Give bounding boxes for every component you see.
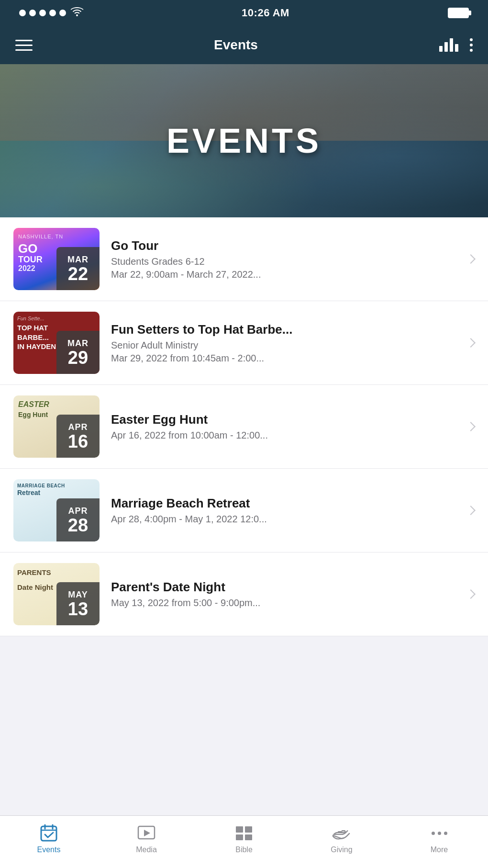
bar-3 — [450, 38, 453, 52]
marriage-day: 28 — [68, 516, 88, 534]
fun-setters-title: Fun Setters to Top Hat Barbe... — [111, 322, 461, 337]
bar-1 — [439, 46, 443, 52]
event-item-fun-setters[interactable]: Fun Sette... TOP HATBARBE...IN HAYDEN MA… — [0, 301, 488, 385]
marriage-date-badge: APR 28 — [56, 498, 100, 541]
hamburger-menu-button[interactable] — [15, 40, 33, 51]
status-time: 10:26 AM — [242, 7, 289, 19]
marriage-label-top: MARRIAGE BEACH — [17, 483, 65, 488]
tab-media[interactable]: Media — [98, 823, 195, 854]
overflow-menu-icon[interactable] — [470, 38, 473, 52]
media-tab-label: Media — [136, 845, 157, 854]
svg-marker-5 — [144, 830, 150, 836]
gotour-city-label: NASHVILLE, TN — [18, 234, 63, 239]
funsetters-label: Fun Sette... — [17, 316, 44, 321]
svg-rect-0 — [41, 826, 56, 841]
more-tab-icon — [430, 823, 449, 843]
parentdate-chevron-icon — [467, 587, 475, 601]
event-item-parents-date-night[interactable]: PARENTS Date Night MAY 13 Parent's Date … — [0, 552, 488, 636]
tab-giving[interactable]: Giving — [293, 823, 390, 854]
event-list: NASHVILLE, TN GO TOUR 2022 MAR 22 Go Tou… — [0, 217, 488, 636]
easter-date-badge: APR 16 — [56, 415, 100, 458]
marriage-chevron-icon — [467, 504, 475, 517]
svg-rect-6 — [236, 826, 243, 833]
event-item-go-tour[interactable]: NASHVILLE, TN GO TOUR 2022 MAR 22 Go Tou… — [0, 217, 488, 301]
event-item-marriage-beach[interactable]: MARRIAGE BEACH Retreat APR 28 Marriage B… — [0, 469, 488, 552]
signal-dot-3 — [39, 10, 46, 16]
bible-tab-label: Bible — [235, 845, 253, 854]
parentdate-month: MAY — [68, 590, 88, 600]
fun-setters-date-badge: MAR 29 — [56, 331, 100, 374]
bible-tab-icon — [234, 823, 254, 843]
marriage-info: Marriage Beach Retreat Apr 28, 4:00pm - … — [111, 496, 467, 525]
go-tour-title: Go Tour — [111, 238, 461, 253]
fun-setters-info: Fun Setters to Top Hat Barbe... Senior A… — [111, 322, 467, 364]
bar-2 — [444, 42, 448, 52]
status-right — [448, 8, 469, 18]
marriage-title: Marriage Beach Retreat — [111, 496, 461, 511]
fun-setters-month: MAR — [67, 338, 89, 349]
gotour-tour-text: TOUR — [18, 255, 43, 265]
tab-bible[interactable]: Bible — [195, 823, 293, 854]
parentdate-day: 13 — [68, 600, 88, 618]
more-tab-label: More — [431, 845, 448, 854]
parentdate-label-inner: PARENTS — [17, 568, 51, 577]
giving-tab-label: Giving — [331, 845, 352, 854]
hamburger-line-1 — [15, 40, 33, 41]
parentdate-info: Parent's Date Night May 13, 2022 from 5:… — [111, 580, 467, 609]
easter-title: Easter Egg Hunt — [111, 412, 461, 427]
signal-dot-2 — [29, 10, 36, 16]
easter-hunt-inner: Egg Hunt — [18, 411, 48, 418]
bottom-spacer — [0, 636, 488, 694]
fun-setters-subtitle: Senior Adult Ministry — [111, 340, 461, 351]
go-tour-subtitle: Students Grades 6-12 — [111, 256, 461, 267]
bar-4 — [455, 44, 458, 52]
easter-day: 16 — [68, 432, 88, 451]
go-tour-chevron-icon — [467, 252, 475, 266]
media-tab-icon — [137, 823, 156, 843]
event-thumbnail-fun-setters: Fun Sette... TOP HATBARBE...IN HAYDEN MA… — [13, 312, 100, 374]
event-thumbnail-marriage: MARRIAGE BEACH Retreat APR 28 — [13, 479, 100, 541]
parentdate-title: Parent's Date Night — [111, 580, 461, 595]
funsetters-title-inner: TOP HATBARBE...IN HAYDEN — [17, 323, 56, 351]
go-tour-day: 22 — [68, 265, 88, 283]
events-tab-icon — [39, 823, 58, 843]
tab-events[interactable]: Events — [0, 823, 98, 854]
parentdate-date-badge: MAY 13 — [56, 582, 100, 625]
nav-right-actions — [439, 38, 473, 52]
gotour-go-text: GO — [18, 241, 37, 256]
event-thumbnail-go-tour: NASHVILLE, TN GO TOUR 2022 MAR 22 — [13, 228, 100, 290]
easter-title-inner: EASTER — [18, 400, 49, 409]
tab-bar: Events Media Bible — [0, 815, 488, 868]
easter-info: Easter Egg Hunt Apr 16, 2022 from 10:00a… — [111, 412, 467, 441]
analytics-icon[interactable] — [439, 38, 458, 52]
svg-rect-8 — [236, 834, 243, 840]
marriage-label-beach: Retreat — [17, 489, 40, 496]
overflow-dot-2 — [470, 44, 473, 46]
status-left — [19, 7, 83, 19]
go-tour-date: Mar 22, 9:00am - March 27, 2022... — [111, 269, 461, 280]
more-dot-3 — [444, 832, 447, 835]
event-thumbnail-easter: EASTER Egg Hunt APR 16 — [13, 395, 100, 458]
easter-chevron-icon — [467, 420, 475, 433]
overflow-dot-1 — [470, 38, 473, 41]
signal-dot-5 — [59, 10, 66, 16]
hero-banner: EVENTS — [0, 64, 488, 217]
svg-rect-7 — [245, 826, 252, 833]
go-tour-date-badge: MAR 22 — [56, 247, 100, 290]
parentdate-night-inner: Date Night — [17, 583, 53, 591]
wifi-icon — [71, 7, 83, 19]
marriage-month: APR — [68, 506, 88, 516]
hamburger-line-3 — [15, 49, 33, 51]
signal-dot-1 — [19, 10, 26, 16]
parentdate-date: May 13, 2022 from 5:00 - 9:00pm... — [111, 597, 461, 609]
overflow-dot-3 — [470, 49, 473, 52]
page-title: Events — [214, 37, 258, 53]
event-item-easter-egg-hunt[interactable]: EASTER Egg Hunt APR 16 Easter Egg Hunt A… — [0, 385, 488, 469]
giving-tab-icon — [332, 823, 351, 843]
more-dot-2 — [438, 832, 441, 835]
signal-dot-4 — [49, 10, 56, 16]
more-dots-group — [432, 832, 447, 835]
tab-more[interactable]: More — [390, 823, 488, 854]
fun-setters-chevron-icon — [467, 336, 475, 349]
go-tour-month: MAR — [67, 255, 89, 265]
